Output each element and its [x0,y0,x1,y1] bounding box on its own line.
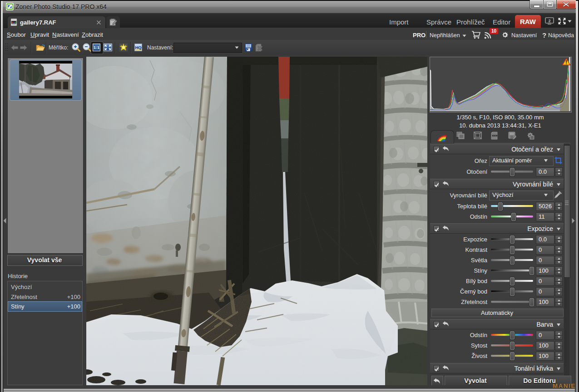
svg-text:HQ: HQ [135,45,141,50]
svg-text:1:1: 1:1 [94,45,99,50]
svg-text:2: 2 [548,19,550,23]
